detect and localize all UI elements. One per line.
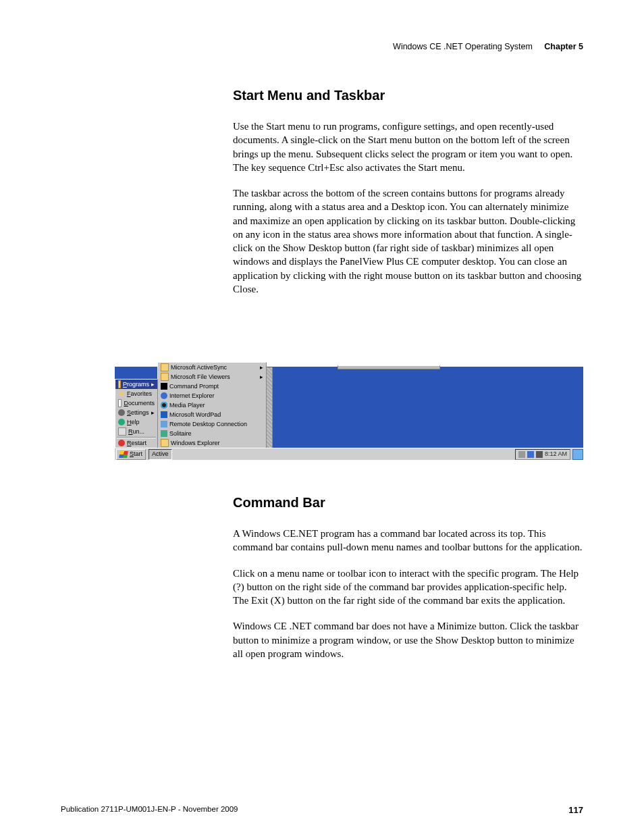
window-grip (338, 365, 440, 369)
start-menu-item-favorites[interactable]: Favorites (115, 389, 157, 398)
star-icon (118, 390, 125, 397)
windows-flag-icon (119, 451, 128, 458)
menu-label: Programs (123, 382, 149, 388)
menu-label: Media Player (169, 402, 205, 409)
submenu-arrow-icon: ▸ (260, 365, 263, 371)
submenu-arrow-icon: ▸ (151, 410, 155, 416)
start-button[interactable]: Start (116, 449, 146, 460)
clock: 8:12 AM (545, 451, 567, 457)
menu-label: Run... (128, 429, 144, 435)
para: A Windows CE.NET program has a command b… (233, 527, 584, 554)
programs-item-remote-desktop-connection[interactable]: Remote Desktop Connection (158, 419, 266, 429)
folder-icon (118, 380, 121, 388)
programs-item-microsoft-wordpad[interactable]: Microsoft WordPad (158, 410, 266, 419)
menu-label: Solitaire (169, 431, 192, 437)
taskbar-running-label: Active (152, 451, 169, 457)
heading-command-bar: Command Bar (233, 495, 584, 511)
network-icon (527, 451, 534, 458)
menu-label: Restart (127, 440, 146, 446)
programs-item-command-prompt[interactable]: Command Prompt (158, 382, 266, 391)
folder-icon (161, 363, 169, 371)
para: Windows CE .NET command bar does not hav… (233, 619, 584, 660)
page-number: 117 (568, 805, 583, 815)
wce-screenshot: Microsoft ActiveSync▸Microsoft File View… (115, 367, 583, 460)
heading-start-menu: Start Menu and Taskbar (233, 88, 584, 103)
programs-item-internet-explorer[interactable]: Internet Explorer (158, 391, 266, 400)
run-icon (118, 427, 126, 436)
header-breadcrumb: Windows CE .NET Operating System (393, 42, 533, 51)
menu-label: Documents (124, 400, 155, 407)
section-start-menu-taskbar: Start Menu and Taskbar Use the Start men… (233, 88, 584, 308)
sol-icon (161, 430, 167, 437)
programs-item-microsoft-file-viewers[interactable]: Microsoft File Viewers▸ (158, 372, 266, 382)
restart-icon (118, 440, 125, 446)
taskbar: Start Active 8:12 AM (115, 448, 583, 460)
mp-icon (161, 402, 167, 409)
cmd-icon (161, 383, 167, 390)
taskbar-running-app[interactable]: Active (149, 449, 172, 460)
start-menu-item-help[interactable]: Help (115, 417, 157, 427)
start-menu-item-run-[interactable]: Run... (115, 427, 157, 436)
menu-label: Internet Explorer (169, 393, 215, 399)
menu-label: Settings (127, 410, 149, 416)
programs-item-solitaire[interactable]: Solitaire (158, 429, 266, 438)
para: The taskbar across the bottom of the scr… (233, 186, 584, 296)
submenu-arrow-icon: ▸ (151, 382, 155, 388)
section-command-bar: Command Bar A Windows CE.NET program has… (233, 495, 584, 673)
menu-label: Command Prompt (169, 384, 219, 390)
menu-label: Microsoft WordPad (169, 412, 221, 418)
start-menu-item-documents[interactable]: Documents (115, 398, 157, 408)
programs-item-media-player[interactable]: Media Player (158, 400, 266, 410)
para: Click on a menu name or toolbar icon to … (233, 567, 584, 608)
para: Use the Start menu to run programs, conf… (233, 120, 584, 174)
doc-icon (118, 399, 122, 407)
help-icon (118, 419, 125, 425)
volume-icon (536, 451, 543, 458)
ie-icon (161, 392, 167, 399)
menu-label: Windows Explorer (171, 440, 220, 446)
menu-label: Microsoft ActiveSync (171, 365, 227, 371)
programs-submenu[interactable]: Microsoft ActiveSync▸Microsoft File View… (157, 362, 267, 448)
keyboard-icon (518, 451, 525, 458)
show-desktop-button[interactable] (572, 449, 583, 460)
menu-label: Favorites (127, 391, 152, 397)
start-menu-item-restart[interactable]: Restart (115, 438, 157, 448)
we-icon (161, 439, 169, 447)
start-menu-item-settings[interactable]: Settings▸ (115, 408, 157, 417)
rdc-icon (161, 421, 167, 427)
programs-item-microsoft-activesync[interactable]: Microsoft ActiveSync▸ (158, 363, 266, 372)
footer: Publication 2711P-UM001J-EN-P - November… (61, 805, 583, 815)
system-tray[interactable]: 8:12 AM (515, 449, 570, 460)
running-header: Windows CE .NET Operating System Chapter… (393, 42, 583, 51)
resize-grip (267, 367, 273, 448)
start-menu-item-programs[interactable]: Programs▸ (115, 380, 157, 389)
submenu-arrow-icon: ▸ (260, 374, 263, 380)
start-label: Start (130, 451, 142, 457)
gear-icon (118, 409, 125, 416)
menu-label: Help (127, 419, 140, 425)
menu-separator (117, 437, 156, 438)
header-chapter: Chapter 5 (544, 42, 583, 51)
start-menu[interactable]: Programs▸FavoritesDocumentsSettings▸Help… (115, 379, 158, 448)
folder-icon (161, 373, 169, 381)
page: Windows CE .NET Operating System Chapter… (0, 0, 644, 834)
wp-icon (161, 411, 167, 418)
publication-id: Publication 2711P-UM001J-EN-P - November… (61, 805, 238, 813)
programs-item-windows-explorer[interactable]: Windows Explorer (158, 438, 266, 448)
menu-label: Remote Desktop Connection (169, 421, 247, 427)
menu-label: Microsoft File Viewers (171, 374, 230, 380)
